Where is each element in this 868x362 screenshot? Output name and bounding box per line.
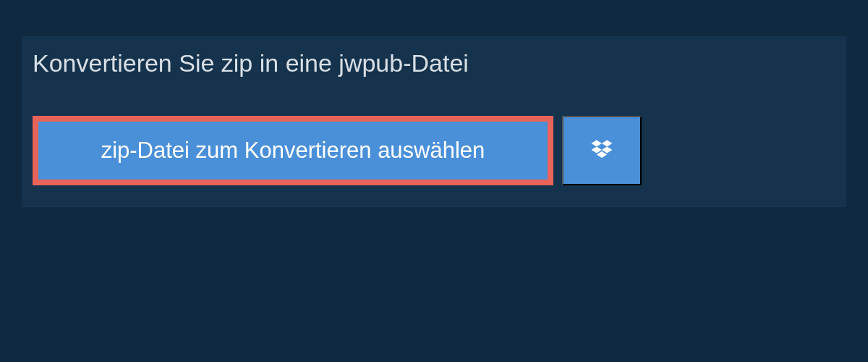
converter-panel: Konvertieren Sie zip in eine jwpub-Datei… xyxy=(22,36,846,207)
dropbox-icon xyxy=(589,138,615,164)
select-file-button[interactable]: zip-Datei zum Konvertieren auswählen xyxy=(33,116,553,185)
page-title: Konvertieren Sie zip in eine jwpub-Datei xyxy=(33,49,469,77)
dropbox-button[interactable] xyxy=(562,116,642,185)
title-bar: Konvertieren Sie zip in eine jwpub-Datei xyxy=(22,36,490,90)
button-row: zip-Datei zum Konvertieren auswählen xyxy=(22,90,846,185)
select-file-label: zip-Datei zum Konvertieren auswählen xyxy=(101,138,485,164)
